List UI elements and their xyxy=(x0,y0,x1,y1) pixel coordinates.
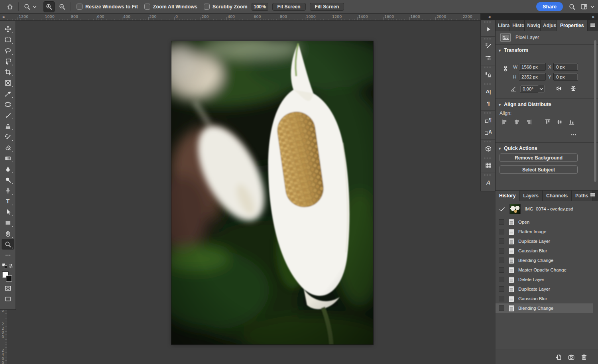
history-state-row[interactable]: Delete Layer xyxy=(496,275,593,284)
chevron-down-icon[interactable] xyxy=(32,4,37,9)
glyphs-panel-icon[interactable]: A xyxy=(481,176,496,188)
history-brush-tool[interactable] xyxy=(2,131,14,142)
screen-mode-button[interactable] xyxy=(2,293,14,304)
actions-panel-icon[interactable] xyxy=(481,23,496,35)
y-field[interactable] xyxy=(553,73,578,81)
history-source-checkbox[interactable] xyxy=(499,219,504,225)
tab-history[interactable]: History xyxy=(496,191,519,201)
hand-tool[interactable] xyxy=(2,228,14,239)
rotation-field[interactable] xyxy=(520,85,540,92)
rotation-dropdown[interactable] xyxy=(538,85,545,92)
swap-colors-button[interactable] xyxy=(8,263,14,269)
zoom-tool[interactable] xyxy=(2,239,14,250)
history-source-checkbox[interactable] xyxy=(499,305,504,311)
history-source-checkbox[interactable] xyxy=(499,229,504,234)
checkbox-scrubby-zoom[interactable]: Scrubby Zoom xyxy=(204,4,248,10)
tab-libra[interactable]: Libra xyxy=(496,20,510,31)
select-subject-button[interactable]: Select Subject xyxy=(500,165,578,174)
align-left-edges-icon[interactable] xyxy=(500,118,509,126)
tab-channels[interactable]: Channels xyxy=(543,191,572,201)
brushes-panel-icon[interactable] xyxy=(481,52,496,64)
history-state-row[interactable]: Gaussian Blur xyxy=(496,294,593,303)
height-field[interactable] xyxy=(519,73,546,81)
healing-brush-tool[interactable] xyxy=(2,99,14,110)
align-bottom-edges-icon[interactable] xyxy=(567,118,576,126)
align-section-header[interactable]: ▾ Align and Distribute xyxy=(496,99,598,110)
horizontal-ruler[interactable]: 1200100080060040020002004006008001000120… xyxy=(7,14,480,21)
tab-histo[interactable]: Histo xyxy=(510,20,525,31)
panel-drag-handle[interactable] xyxy=(484,174,492,176)
history-source-checkbox[interactable] xyxy=(499,277,504,282)
tab-navig[interactable]: Navig xyxy=(525,20,541,31)
link-dimensions-icon[interactable] xyxy=(502,65,509,72)
home-icon[interactable] xyxy=(5,2,15,12)
history-source-checkbox[interactable] xyxy=(499,248,504,254)
history-snapshot-row[interactable]: IMG_0074 - overlay.psd xyxy=(496,201,598,217)
remove-background-button[interactable]: Remove Background xyxy=(500,153,578,162)
align-more-icon[interactable] xyxy=(570,131,577,138)
tab-paths[interactable]: Paths xyxy=(572,191,592,201)
new-document-from-state-icon[interactable] xyxy=(555,354,562,361)
object-selection-tool[interactable] xyxy=(2,56,14,67)
fit-screen-button[interactable]: Fit Screen xyxy=(272,3,306,11)
gradient-tool[interactable] xyxy=(2,153,14,163)
patterns-panel-icon[interactable] xyxy=(481,159,496,171)
panel-menu-icon[interactable] xyxy=(590,23,596,27)
history-state-row[interactable]: Duplicate Layer xyxy=(496,284,593,294)
tab-layers[interactable]: Layers xyxy=(519,191,543,201)
quick-actions-header[interactable]: ▾ Quick Actions xyxy=(496,143,598,153)
rectangle-tool[interactable] xyxy=(2,217,14,228)
default-colors-button[interactable] xyxy=(2,263,8,269)
panel-drag-handle[interactable] xyxy=(484,21,492,23)
panel-drag-handle[interactable] xyxy=(484,83,492,85)
history-source-checkbox[interactable] xyxy=(499,267,504,273)
align-right-edges-icon[interactable] xyxy=(524,118,533,126)
eyedropper-tool[interactable] xyxy=(2,88,14,99)
path-selection-tool[interactable] xyxy=(2,207,14,217)
align-horizontal-centers-icon[interactable] xyxy=(512,118,521,126)
tab-adjus[interactable]: Adjus xyxy=(541,20,557,31)
history-state-row[interactable]: Blending Change xyxy=(496,256,593,265)
lasso-tool[interactable] xyxy=(2,45,14,56)
delete-state-trash-icon[interactable] xyxy=(580,354,588,361)
history-brush-source-icon[interactable] xyxy=(499,206,506,212)
background-color-swatch[interactable] xyxy=(6,275,12,281)
dodge-tool[interactable] xyxy=(2,174,14,185)
checkbox-box[interactable] xyxy=(77,4,83,10)
clone-source-panel-icon[interactable] xyxy=(481,69,496,81)
panel-drag-handle[interactable] xyxy=(484,141,492,142)
document-canvas[interactable] xyxy=(171,41,373,344)
zoom-in-button[interactable] xyxy=(43,1,55,12)
move-tool[interactable] xyxy=(2,24,14,34)
character-styles-panel-icon[interactable]: A xyxy=(481,126,496,138)
blur-tool[interactable] xyxy=(2,163,14,174)
paragraph-styles-panel-icon[interactable]: ¶ xyxy=(481,114,496,126)
edit-toolbar-button[interactable] xyxy=(2,250,14,260)
clone-stamp-tool[interactable] xyxy=(2,120,14,131)
checkbox-resize-windows[interactable]: Resize Windows to Fit xyxy=(77,4,138,10)
collapse-panels-icon[interactable]: « xyxy=(488,14,490,19)
history-state-row[interactable]: Duplicate Layer xyxy=(496,236,593,246)
checkbox-box[interactable] xyxy=(204,4,210,10)
type-tool[interactable]: T xyxy=(2,196,14,207)
character-panel-icon[interactable]: A| xyxy=(481,85,496,97)
history-state-row[interactable]: Open xyxy=(496,217,593,227)
history-source-checkbox[interactable] xyxy=(499,286,504,292)
panel-drag-handle[interactable] xyxy=(484,38,492,39)
history-state-row[interactable]: Flatten Image xyxy=(496,227,593,236)
align-top-edges-icon[interactable] xyxy=(543,118,552,126)
brush-settings-panel-icon[interactable] xyxy=(481,40,496,52)
flip-vertical-icon[interactable] xyxy=(570,85,577,92)
share-button[interactable]: Share xyxy=(536,2,563,11)
crop-tool[interactable] xyxy=(2,67,14,77)
eraser-tool[interactable] xyxy=(2,142,14,153)
zoom-tool-icon[interactable] xyxy=(22,2,32,12)
new-snapshot-camera-icon[interactable] xyxy=(568,354,575,361)
scrollbar-thumb[interactable] xyxy=(594,40,596,182)
checkbox-zoom-all-windows[interactable]: Zoom All Windows xyxy=(144,4,197,10)
paragraph-panel-icon[interactable]: ¶ xyxy=(481,97,496,109)
frame-tool[interactable] xyxy=(2,77,14,88)
history-state-row[interactable]: Gaussian Blur xyxy=(496,246,593,256)
search-icon[interactable] xyxy=(567,2,577,12)
history-source-checkbox[interactable] xyxy=(499,296,504,301)
